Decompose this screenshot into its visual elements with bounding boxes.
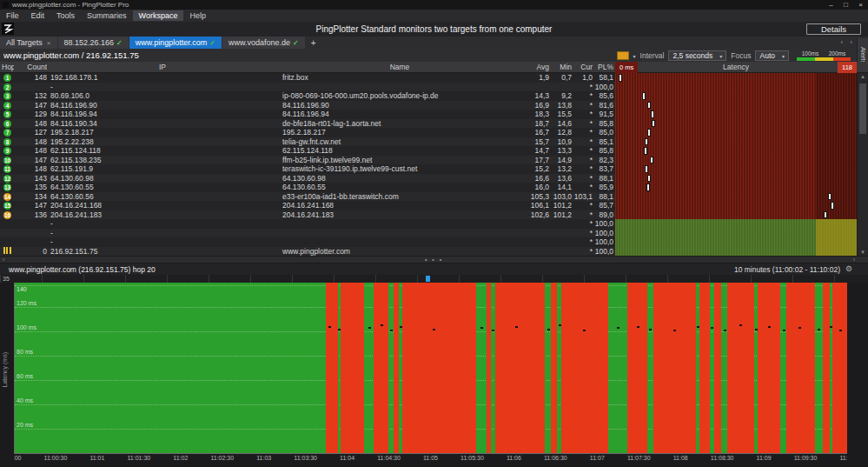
- tab-www-vodafone-de[interactable]: www.vodafone.de✓: [222, 37, 305, 49]
- table-row[interactable]: 1413464.130.60.56e33-er100a-iad1-bb.tera…: [0, 192, 868, 202]
- tab-label: 88.152.26.166: [64, 38, 115, 47]
- header-hop[interactable]: Hop: [0, 63, 14, 71]
- table-row[interactable]: 0216.92.151.75www.pingplotter.com*100,0: [0, 247, 868, 257]
- table-row[interactable]: 16136204.16.241.183204.16.241.183102,610…: [0, 210, 868, 220]
- table-row[interactable]: 1114862.115.191.9teraswitch-ic-391190.ip…: [0, 164, 868, 174]
- timeline-position-marker[interactable]: [426, 276, 430, 282]
- cell-pl: 91,5: [594, 110, 615, 118]
- table-row[interactable]: 1214364.130.60.9864.130.60.9816,613,6*88…: [0, 174, 868, 183]
- add-target-button[interactable]: +: [306, 37, 321, 49]
- table-row[interactable]: 914862.115.124.11862.115.124.11814,713,3…: [0, 146, 868, 156]
- latency-marker: [643, 93, 645, 99]
- menu-summaries[interactable]: Summaries: [81, 10, 133, 21]
- splitter-grip[interactable]: • • •: [0, 257, 868, 263]
- menu-help[interactable]: Help: [183, 10, 212, 21]
- table-row[interactable]: 2-*100,0: [0, 83, 868, 92]
- table-row[interactable]: 7127195.2.18.217195.2.18.21716,712,8*85,…: [0, 128, 868, 137]
- cell-hop: 3: [0, 91, 14, 100]
- focus-color-button[interactable]: [617, 51, 629, 60]
- cell-ip: 80.69.106.0: [47, 91, 278, 100]
- cell-latency: [615, 91, 857, 101]
- table-row[interactable]: 1148192.168.178.1fritz.box1,90,71,058,1: [0, 73, 868, 83]
- cell-pl: 89,0: [594, 210, 615, 219]
- check-icon: ✓: [209, 39, 215, 47]
- cell-ip: 216.92.151.75: [47, 247, 278, 256]
- table-row[interactable]: 15147204.16.241.168204.16.241.168106,110…: [0, 201, 868, 210]
- scroll-down-arrow-icon[interactable]: ▾: [858, 249, 868, 256]
- latency-scale-min: 0 ms: [615, 62, 638, 73]
- table-row[interactable]: 414784.116.196.9084.116.196.9016,913,8*8…: [0, 101, 868, 110]
- header-pl[interactable]: PL%: [594, 63, 615, 71]
- header-cur[interactable]: Cur: [573, 63, 594, 71]
- latency-bar: [615, 128, 857, 137]
- table-scrollbar[interactable]: ▴ ▾: [857, 73, 868, 256]
- latency-sample-mark: [547, 329, 550, 330]
- table-row[interactable]: 1014762.115.138.235ffm-b25-link.ip.twelv…: [0, 156, 868, 165]
- table-row[interactable]: 313280.69.106.0ip-080-069-106-000.um20.p…: [0, 91, 868, 101]
- table-row[interactable]: 614884.116.190.34de-bfe18a-rt01-lag-1.ao…: [0, 119, 868, 129]
- x-tick-label: 11:00:30: [44, 455, 68, 461]
- tab-all-targets[interactable]: All Targets×: [0, 37, 57, 49]
- header-min[interactable]: Min: [551, 63, 573, 71]
- tab-scroll-arrows[interactable]: ‹ ›: [840, 38, 855, 46]
- timeline-ruler[interactable]: 35: [0, 275, 868, 283]
- focus-select[interactable]: Auto ▾: [755, 50, 789, 61]
- timeline-plot[interactable]: 140 20 ms40 ms60 ms80 ms100 ms120 ms: [14, 283, 847, 454]
- cell-name: 204.16.241.168: [278, 201, 521, 210]
- table-row[interactable]: -*100,0: [0, 229, 868, 238]
- maximize-button[interactable]: □: [838, 0, 853, 10]
- cell-name: de-bfe18a-rt01-lag-1.aorta.net: [278, 119, 521, 128]
- table-row[interactable]: 512984.116.196.9484.116.196.9418,315,5*9…: [0, 110, 868, 119]
- cell-cur: *: [573, 91, 594, 100]
- cell-pl: 85,0: [594, 128, 615, 137]
- header-count[interactable]: Count: [14, 63, 47, 71]
- header-name[interactable]: Name: [278, 63, 521, 71]
- table-graph-splitter[interactable]: ‹ • • • ›: [0, 256, 868, 264]
- gear-icon[interactable]: ⚙: [845, 264, 852, 273]
- chevron-down-icon[interactable]: ▾: [633, 53, 636, 59]
- hop-number-badge: 15: [3, 202, 11, 210]
- table-row[interactable]: 8148195.2.22.238telia-gw.fnt.cw.net15,71…: [0, 137, 868, 147]
- scroll-right-arrow-icon[interactable]: ›: [853, 257, 855, 263]
- cell-avg: 1,9: [521, 73, 551, 82]
- cell-latency: [615, 174, 857, 183]
- tab-www-pingplotter-com[interactable]: www.pingplotter.com✓: [129, 37, 222, 49]
- cell-min: 14,6: [551, 119, 573, 128]
- cell-latency: [615, 237, 857, 247]
- cell-latency: [615, 164, 857, 174]
- latency-sample-mark: [559, 324, 561, 326]
- cell-latency: [615, 128, 857, 137]
- table-row[interactable]: -*100,0: [0, 219, 868, 229]
- latency-marker: [646, 139, 647, 145]
- cell-avg: 14,3: [521, 91, 551, 100]
- header-latency[interactable]: 0 ms Latency 118: [615, 62, 857, 73]
- cell-pl: 83,7: [594, 164, 615, 173]
- interval-select[interactable]: 2,5 seconds ▾: [668, 50, 726, 61]
- menu-tools[interactable]: Tools: [50, 10, 81, 21]
- menu-edit[interactable]: Edit: [25, 10, 51, 21]
- table-row[interactable]: -*100,0: [0, 237, 868, 247]
- packet-loss-segment: [394, 283, 399, 453]
- menu-file[interactable]: File: [0, 10, 25, 21]
- header-ip[interactable]: IP: [47, 63, 278, 71]
- latency-marker: [648, 176, 650, 182]
- details-button[interactable]: Details: [806, 23, 861, 35]
- scroll-up-arrow-icon[interactable]: ▴: [858, 73, 868, 80]
- legend-gradient-bar: [797, 57, 851, 61]
- tab-close-icon[interactable]: ×: [47, 39, 51, 47]
- packet-loss-segment: [495, 283, 545, 453]
- tab-88-152-26-166[interactable]: 88.152.26.166✓: [58, 37, 129, 49]
- close-button[interactable]: ×: [853, 0, 868, 10]
- latency-sample-mark: [368, 327, 371, 329]
- latency-bar: [615, 201, 857, 210]
- latency-bar: [615, 137, 857, 147]
- header-avg[interactable]: Avg: [521, 63, 551, 71]
- minimize-button[interactable]: –: [824, 0, 838, 10]
- cell-name: 64.130.60.55: [278, 183, 521, 191]
- cell-hop: 5: [0, 110, 14, 118]
- table-row[interactable]: 1313564.130.60.5564.130.60.5516,014,1*85…: [0, 183, 868, 192]
- menu-workspace[interactable]: Workspace: [133, 10, 184, 21]
- cell-pl: 85,8: [594, 146, 615, 155]
- scrollbar-thumb[interactable]: [859, 83, 866, 134]
- latency-marker: [620, 75, 621, 81]
